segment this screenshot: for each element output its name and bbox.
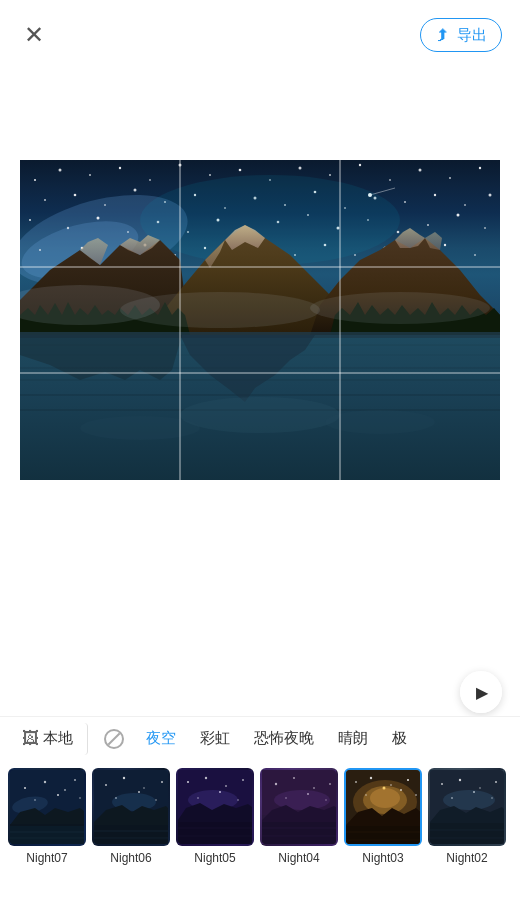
- svg-rect-161: [430, 823, 506, 846]
- svg-point-141: [370, 777, 372, 779]
- svg-point-153: [441, 783, 443, 785]
- editor-area: [0, 70, 520, 570]
- thumbnail-night03[interactable]: Night03: [344, 768, 422, 865]
- filter-tab-rainbow-label: 彩虹: [200, 729, 230, 748]
- mountains-layer: [20, 160, 500, 480]
- svg-point-81: [120, 292, 320, 328]
- svg-rect-97: [10, 826, 86, 846]
- thumbnail-strip: Night07 Night06: [0, 760, 520, 908]
- thumbnail-night02-label: Night02: [446, 851, 487, 865]
- svg-point-114: [205, 777, 207, 779]
- thumbnail-night07[interactable]: Night07: [8, 768, 86, 865]
- thumbnail-night07-label: Night07: [26, 851, 67, 865]
- svg-point-146: [415, 794, 417, 796]
- filter-tab-horror-night-label: 恐怖夜晚: [254, 729, 314, 748]
- svg-point-103: [143, 787, 145, 789]
- svg-point-143: [407, 779, 409, 781]
- svg-rect-133: [262, 770, 338, 815]
- thumbnail-night05-label: Night05: [194, 851, 235, 865]
- svg-point-89: [44, 781, 46, 783]
- svg-point-106: [138, 791, 140, 793]
- svg-rect-121: [178, 822, 254, 846]
- thumbnail-night04-label: Night04: [278, 851, 319, 865]
- svg-point-79: [325, 410, 435, 434]
- thumbnail-night05-image[interactable]: [176, 768, 254, 846]
- export-button[interactable]: ⮭ 导出: [420, 18, 502, 52]
- filter-tab-no-filter[interactable]: [96, 723, 132, 755]
- svg-point-77: [180, 397, 340, 433]
- thumbnail-night04[interactable]: Night04: [260, 768, 338, 865]
- image-canvas: [20, 160, 500, 480]
- top-bar: ✕ ⮭ 导出: [0, 0, 520, 70]
- image-icon: 🖼: [22, 729, 39, 749]
- filter-tab-sunny-label: 晴朗: [338, 729, 368, 748]
- play-icon: ▶: [476, 683, 488, 702]
- filter-tab-sunny[interactable]: 晴朗: [328, 723, 378, 754]
- svg-point-82: [310, 292, 490, 324]
- svg-point-116: [242, 779, 244, 781]
- thumbnail-night03-label: Night03: [362, 851, 403, 865]
- svg-point-148: [370, 788, 400, 808]
- svg-point-78: [80, 416, 200, 440]
- close-icon: ✕: [24, 21, 44, 49]
- svg-point-94: [79, 797, 81, 799]
- filter-tab-local-label: 本地: [43, 729, 73, 748]
- thumbnail-night04-image[interactable]: [260, 768, 338, 846]
- play-button[interactable]: ▶: [460, 671, 502, 713]
- thumbnail-night06-label: Night06: [110, 851, 151, 865]
- thumbnail-night02-image[interactable]: [428, 768, 506, 846]
- svg-point-113: [187, 781, 189, 783]
- svg-point-145: [400, 789, 402, 791]
- filter-tab-extreme[interactable]: 极: [382, 723, 417, 754]
- filter-tab-rainbow[interactable]: 彩虹: [190, 723, 240, 754]
- svg-point-101: [105, 784, 107, 786]
- thumbnail-night06-image[interactable]: [92, 768, 170, 846]
- svg-rect-109: [94, 825, 170, 846]
- svg-point-104: [161, 781, 163, 783]
- svg-point-156: [495, 781, 497, 783]
- filter-tab-horror-night[interactable]: 恐怖夜晚: [244, 723, 324, 754]
- svg-rect-134: [262, 822, 338, 846]
- thumbnail-night03-image[interactable]: [344, 768, 422, 846]
- svg-rect-149: [346, 826, 422, 846]
- thumbnail-night07-image[interactable]: [8, 768, 86, 846]
- close-button[interactable]: ✕: [18, 19, 50, 51]
- thumbnail-night05[interactable]: Night05: [176, 768, 254, 865]
- svg-point-93: [57, 794, 59, 796]
- thumbnail-night06[interactable]: Night06: [92, 768, 170, 865]
- svg-point-154: [459, 779, 461, 781]
- svg-point-90: [64, 789, 66, 791]
- filter-tab-night-sky[interactable]: 夜空: [136, 723, 186, 754]
- svg-point-115: [225, 785, 227, 787]
- export-icon: ⮭: [435, 25, 452, 45]
- svg-point-140: [355, 781, 357, 783]
- svg-point-88: [24, 787, 26, 789]
- play-area: ▶: [460, 671, 502, 713]
- filter-tabs: 🖼 本地 夜空 彩虹 恐怖夜晚 晴朗 极: [0, 716, 520, 760]
- image-container: [20, 160, 500, 480]
- svg-point-144: [365, 794, 367, 796]
- svg-point-102: [123, 777, 125, 779]
- svg-point-155: [479, 787, 481, 789]
- no-filter-icon: [104, 729, 124, 749]
- svg-point-142: [390, 784, 392, 786]
- svg-point-91: [74, 779, 76, 781]
- filter-tab-night-sky-label: 夜空: [146, 729, 176, 748]
- filter-tab-local[interactable]: 🖼 本地: [12, 723, 88, 755]
- export-label: 导出: [457, 26, 487, 45]
- thumbnail-night02[interactable]: Night02: [428, 768, 506, 865]
- filter-tab-extreme-label: 极: [392, 729, 407, 748]
